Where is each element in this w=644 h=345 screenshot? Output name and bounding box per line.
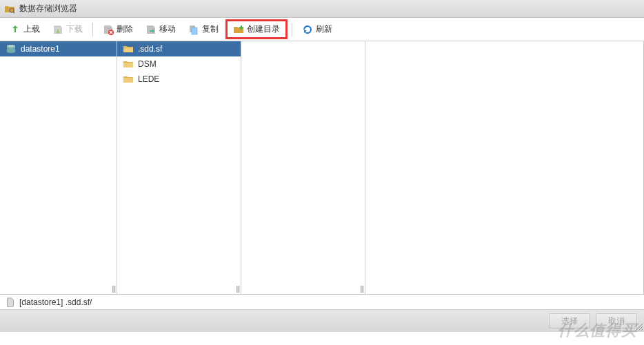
folder-item[interactable]: .sdd.sf: [117, 41, 241, 56]
folder-item[interactable]: LEDE: [117, 72, 241, 87]
refresh-icon: [302, 24, 313, 35]
delete-icon: [103, 24, 114, 35]
separator: [292, 23, 292, 36]
datastore-icon: [6, 43, 17, 54]
folder-label: LEDE: [138, 74, 159, 84]
upload-icon: [10, 24, 21, 35]
folder-item[interactable]: DSM: [117, 56, 241, 72]
move-button[interactable]: 移动: [140, 21, 181, 37]
folder-label: .sdd.sf: [138, 44, 162, 54]
column-resize-handle[interactable]: |||: [360, 285, 363, 293]
copy-button[interactable]: 复制: [183, 21, 224, 37]
datastore-item[interactable]: datastore1: [0, 41, 117, 56]
datastore-column: datastore1 |||: [0, 41, 117, 294]
file-icon: [6, 297, 15, 307]
datastore-label: datastore1: [21, 44, 60, 54]
move-icon: [145, 24, 157, 35]
folder-icon: [123, 43, 134, 54]
folder-column: .sdd.sf DSM LEDE |||: [117, 41, 241, 294]
title-bar: 数据存储浏览器: [0, 0, 644, 18]
download-icon: [52, 24, 63, 35]
resize-grip[interactable]: [634, 322, 643, 331]
column-resize-handle[interactable]: |||: [112, 285, 115, 293]
detail-column-1: |||: [241, 41, 365, 294]
detail-column-2: [365, 41, 644, 294]
create-directory-button[interactable]: 创建目录: [228, 21, 285, 37]
column-resize-handle[interactable]: |||: [236, 285, 239, 293]
svg-point-4: [7, 45, 15, 48]
delete-button[interactable]: 删除: [97, 21, 139, 37]
separator: [92, 23, 93, 36]
select-button[interactable]: 选择: [549, 313, 590, 328]
folder-icon: [123, 74, 134, 85]
search-folder-icon: [4, 3, 15, 14]
path-bar: [datastore1] .sdd.sf/: [0, 295, 644, 310]
create-dir-highlight: 创建目录: [225, 19, 288, 39]
folder-icon: [123, 59, 134, 70]
folder-label: DSM: [138, 59, 157, 69]
footer: 选择 取消: [0, 310, 644, 332]
upload-button[interactable]: 上载: [4, 21, 46, 37]
current-path: [datastore1] .sdd.sf/: [19, 297, 92, 307]
toolbar: 上载 下载 删除 移动 复制 创建目录 刷新: [0, 18, 644, 41]
new-folder-icon: [233, 24, 244, 35]
browser-content: datastore1 ||| .sdd.sf DSM LEDE ||| |||: [0, 41, 644, 295]
cancel-button[interactable]: 取消: [596, 313, 637, 328]
download-button: 下载: [47, 21, 88, 37]
copy-icon: [188, 24, 199, 35]
refresh-button[interactable]: 刷新: [296, 21, 338, 37]
window-title: 数据存储浏览器: [19, 3, 77, 14]
